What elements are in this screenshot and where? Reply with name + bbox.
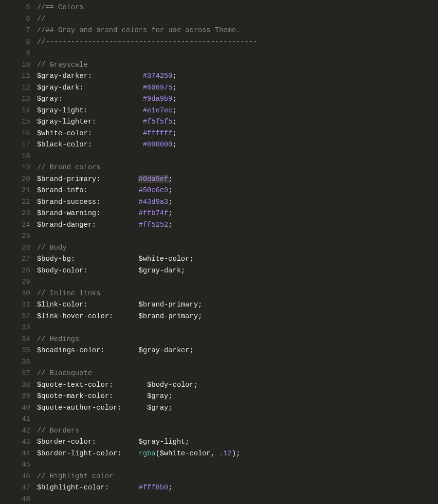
code-content[interactable]: $highlight-color: #fff8b0; — [37, 482, 438, 494]
code-content[interactable] — [37, 322, 438, 334]
code-line[interactable]: 40$quote-author-color: $gray; — [0, 402, 438, 414]
code-content[interactable] — [37, 151, 438, 162]
code-content[interactable]: $brand-primary: #0da9ef; — [37, 174, 438, 185]
token-comment: // Inline links — [37, 289, 101, 297]
code-content[interactable]: // Grayscale — [37, 59, 438, 71]
code-content[interactable]: $link-hover-color: $brand-primary; — [37, 311, 438, 323]
code-line[interactable]: 16$white-color: #ffffff; — [0, 128, 438, 140]
code-line[interactable]: 43$border-color: $gray-light; — [0, 436, 438, 448]
code-line[interactable]: 47$highlight-color: #fff8b0; — [0, 482, 438, 494]
code-line[interactable]: 17$black-color: #000000; — [0, 139, 438, 151]
code-line[interactable]: 46// Highlight color — [0, 471, 438, 483]
code-line[interactable]: 27$body-bg: $white-color; — [0, 253, 438, 265]
code-line[interactable]: 12$gray-dark: #606975; — [0, 82, 438, 94]
code-line[interactable]: 11$gray-darker: #374250; — [0, 71, 438, 82]
code-line[interactable]: 25 — [0, 231, 438, 242]
code-line[interactable]: 21$brand-info: #50c6e9; — [0, 185, 438, 197]
code-line[interactable]: 23$brand-warning: #ffb74f; — [0, 208, 438, 219]
line-number: 39 — [0, 391, 37, 402]
code-content[interactable] — [37, 459, 438, 471]
code-line[interactable]: 34// Hedings — [0, 334, 438, 345]
code-content[interactable]: // Highlight color — [37, 471, 438, 483]
code-line[interactable]: 19// Brand colors — [0, 162, 438, 174]
code-line[interactable]: 44$border-light-color: rgba($white-color… — [0, 448, 438, 460]
code-content[interactable]: $border-color: $gray-light; — [37, 436, 438, 448]
code-line[interactable]: 31$link-color: $brand-primary; — [0, 299, 438, 311]
code-content[interactable]: $white-color: #ffffff; — [37, 128, 438, 140]
code-content[interactable]: // — [37, 14, 438, 25]
code-content[interactable]: $quote-text-color: $body-color; — [37, 379, 438, 391]
token-ref: $gray-dark — [139, 267, 181, 274]
code-line[interactable]: 36 — [0, 357, 438, 368]
code-content[interactable]: //## Gray and brand colors for use acros… — [37, 25, 438, 36]
code-content[interactable]: $gray-lighter: #f5f5f5; — [37, 116, 438, 128]
code-content[interactable]: $body-bg: $white-color; — [37, 253, 438, 265]
token-punc: ; — [168, 186, 173, 194]
code-line[interactable]: 14$gray-light: #e1e7ec; — [0, 105, 438, 117]
code-content[interactable]: $link-color: $brand-primary; — [37, 299, 438, 311]
code-content[interactable]: $gray-darker: #374250; — [37, 71, 438, 82]
code-line[interactable]: 24$brand-danger: #ff5252; — [0, 219, 438, 231]
code-line[interactable]: 35$headings-color: $gray-darker; — [0, 345, 438, 357]
code-content[interactable] — [37, 357, 438, 368]
line-number: 15 — [0, 116, 37, 128]
code-content[interactable]: // Body — [37, 242, 438, 254]
code-line[interactable]: 13$gray: #9da9b9; — [0, 93, 438, 105]
code-editor[interactable]: 5//== Colors6//7//## Gray and brand colo… — [0, 0, 438, 504]
code-line[interactable]: 5//== Colors — [0, 2, 438, 14]
code-content[interactable]: $headings-color: $gray-darker; — [37, 345, 438, 357]
code-content[interactable]: $quote-mark-color: $gray; — [37, 391, 438, 402]
code-content[interactable]: $brand-warning: #ffb74f; — [37, 208, 438, 219]
code-line[interactable]: 29 — [0, 276, 438, 288]
code-content[interactable]: $gray-light: #e1e7ec; — [37, 105, 438, 117]
code-line[interactable]: 15$gray-lighter: #f5f5f5; — [0, 116, 438, 128]
line-number: 19 — [0, 162, 37, 174]
code-content[interactable] — [37, 414, 438, 425]
code-content[interactable]: // Borders — [37, 425, 438, 437]
code-line[interactable]: 28$body-color: $gray-dark; — [0, 265, 438, 277]
code-line[interactable]: 20$brand-primary: #0da9ef; — [0, 174, 438, 185]
code-line[interactable]: 6// — [0, 14, 438, 25]
code-line[interactable]: 33 — [0, 322, 438, 334]
code-line[interactable]: 8//-------------------------------------… — [0, 36, 438, 48]
code-content[interactable]: //--------------------------------------… — [37, 36, 438, 48]
code-content[interactable]: $brand-info: #50c6e9; — [37, 185, 438, 197]
code-content[interactable]: $border-light-color: rgba($white-color, … — [37, 448, 438, 460]
code-line[interactable]: 37// Blockquote — [0, 368, 438, 379]
line-number: 29 — [0, 276, 37, 288]
code-line[interactable]: 42// Borders — [0, 425, 438, 437]
code-content[interactable]: // Blockquote — [37, 368, 438, 379]
code-content[interactable] — [37, 494, 438, 504]
code-content[interactable]: // Brand colors — [37, 162, 438, 174]
code-line[interactable]: 30// Inline links — [0, 288, 438, 300]
line-number: 31 — [0, 299, 37, 311]
code-line[interactable]: 32$link-hover-color: $brand-primary; — [0, 311, 438, 323]
code-content[interactable] — [37, 276, 438, 288]
code-line[interactable]: 10// Grayscale — [0, 59, 438, 71]
token-punc: ; — [198, 301, 202, 308]
code-line[interactable]: 38$quote-text-color: $body-color; — [0, 379, 438, 391]
code-line[interactable]: 7//## Gray and brand colors for use acro… — [0, 25, 438, 36]
code-content[interactable]: $quote-author-color: $gray; — [37, 402, 438, 414]
token-var: $brand-success: — [37, 198, 101, 206]
code-content[interactable]: $body-color: $gray-dark; — [37, 265, 438, 277]
token-punc: ; — [172, 141, 177, 148]
code-line[interactable]: 41 — [0, 414, 438, 425]
code-content[interactable]: $gray-dark: #606975; — [37, 82, 438, 94]
code-content[interactable] — [37, 48, 438, 59]
code-line[interactable]: 9 — [0, 48, 438, 59]
code-content[interactable]: $brand-danger: #ff5252; — [37, 219, 438, 231]
code-content[interactable]: // Inline links — [37, 288, 438, 300]
code-content[interactable]: $gray: #9da9b9; — [37, 93, 438, 105]
code-line[interactable]: 48 — [0, 494, 438, 504]
code-content[interactable]: $brand-success: #43d9a3; — [37, 197, 438, 208]
code-line[interactable]: 45 — [0, 459, 438, 471]
code-line[interactable]: 18 — [0, 151, 438, 162]
code-content[interactable]: $black-color: #000000; — [37, 139, 438, 151]
code-line[interactable]: 26// Body — [0, 242, 438, 254]
code-content[interactable]: //== Colors — [37, 2, 438, 14]
code-line[interactable]: 39$quote-mark-color: $gray; — [0, 391, 438, 402]
code-content[interactable] — [37, 231, 438, 242]
code-line[interactable]: 22$brand-success: #43d9a3; — [0, 197, 438, 208]
code-content[interactable]: // Hedings — [37, 334, 438, 345]
